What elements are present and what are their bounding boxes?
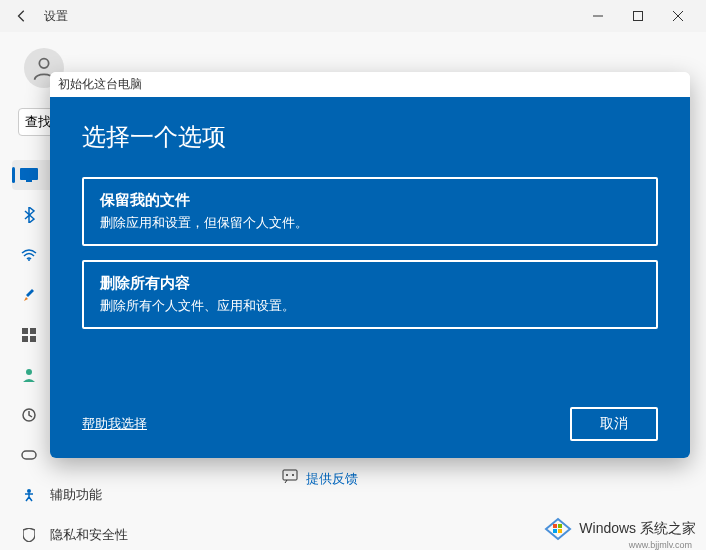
option-title: 删除所有内容: [100, 274, 640, 293]
svg-rect-6: [22, 328, 28, 334]
svg-rect-20: [558, 529, 562, 533]
close-button[interactable]: [658, 2, 698, 30]
person-icon: [20, 366, 38, 384]
wifi-icon: [20, 246, 38, 264]
dialog-header: 初始化这台电脑: [50, 72, 690, 97]
option-remove-everything[interactable]: 删除所有内容 删除所有个人文件、应用和设置。: [82, 260, 658, 329]
option-desc: 删除应用和设置，但保留个人文件。: [100, 214, 640, 232]
svg-rect-3: [20, 168, 38, 180]
option-keep-files[interactable]: 保留我的文件 删除应用和设置，但保留个人文件。: [82, 177, 658, 246]
svg-point-13: [27, 489, 31, 493]
watermark-url: www.bjjmlv.com: [629, 540, 692, 550]
feedback-link[interactable]: 提供反馈: [282, 469, 358, 488]
nav-label: 辅助功能: [50, 486, 102, 504]
shield-icon: [20, 526, 38, 544]
settings-window: 设置 查找设 系统 › 恢复: [0, 0, 706, 550]
svg-point-16: [292, 474, 294, 476]
brush-icon: [20, 286, 38, 304]
titlebar: 设置: [0, 0, 706, 32]
svg-rect-12: [22, 451, 36, 459]
system-icon: [20, 166, 38, 184]
svg-rect-8: [22, 336, 28, 342]
gamepad-icon: [20, 446, 38, 464]
option-title: 保留我的文件: [100, 191, 640, 210]
bluetooth-icon: [20, 206, 38, 224]
svg-rect-19: [553, 529, 557, 533]
windows-logo-icon: [543, 514, 573, 544]
apps-icon: [20, 326, 38, 344]
dialog-title: 选择一个选项: [82, 121, 658, 153]
maximize-button[interactable]: [618, 2, 658, 30]
svg-point-10: [26, 369, 32, 375]
svg-rect-17: [553, 524, 557, 528]
help-me-choose-link[interactable]: 帮助我选择: [82, 415, 147, 433]
nav-label: 隐私和安全性: [50, 526, 128, 544]
reset-pc-dialog: 初始化这台电脑 选择一个选项 保留我的文件 删除应用和设置，但保留个人文件。 删…: [50, 72, 690, 458]
nav-accessibility[interactable]: 辅助功能: [12, 480, 232, 510]
nav-privacy[interactable]: 隐私和安全性: [12, 520, 232, 550]
back-button[interactable]: [8, 2, 36, 30]
svg-rect-4: [26, 180, 32, 182]
svg-rect-9: [30, 336, 36, 342]
option-desc: 删除所有个人文件、应用和设置。: [100, 297, 640, 315]
svg-point-5: [28, 259, 30, 261]
clock-icon: [20, 406, 38, 424]
svg-rect-14: [283, 470, 297, 480]
svg-point-2: [39, 59, 48, 68]
feedback-icon: [282, 469, 298, 488]
cancel-button[interactable]: 取消: [570, 407, 658, 441]
app-title: 设置: [44, 8, 68, 25]
svg-point-15: [286, 474, 288, 476]
svg-rect-7: [30, 328, 36, 334]
accessibility-icon: [20, 486, 38, 504]
svg-rect-1: [634, 12, 643, 21]
svg-rect-18: [558, 524, 562, 528]
minimize-button[interactable]: [578, 2, 618, 30]
